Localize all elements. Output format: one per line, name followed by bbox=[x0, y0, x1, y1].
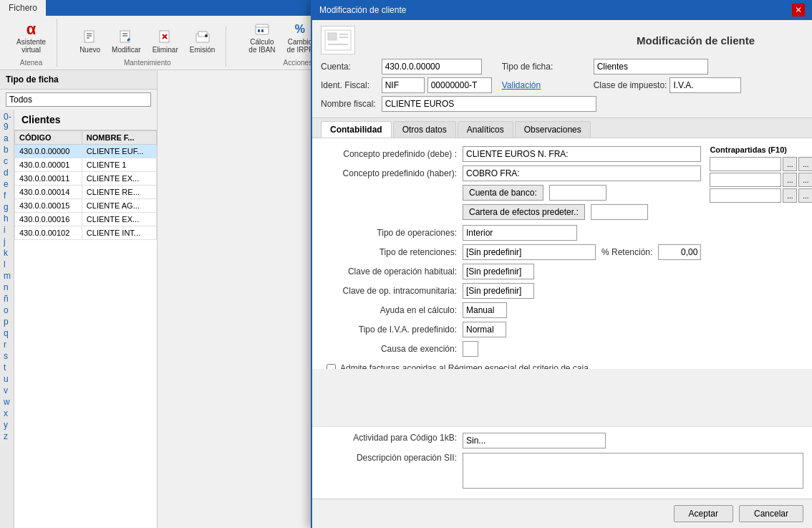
bottom-area: Actividad para Código 1kB: Sin... Descri… bbox=[312, 426, 812, 499]
actividad-row: Actividad para Código 1kB: Sin... bbox=[321, 433, 803, 448]
main-window: Fichero α Asistentevirtual Atenea bbox=[0, 0, 812, 528]
contra-input-3a[interactable] bbox=[710, 188, 781, 203]
actividad-label: Actividad para Código 1kB: bbox=[321, 433, 457, 443]
contrapartidas-section: Contrapartidas (F10) ... ... ... ... bbox=[710, 145, 812, 357]
tab-analiticos[interactable]: Analíticos bbox=[458, 121, 513, 138]
cancelar-button[interactable]: Cancelar bbox=[739, 505, 803, 522]
nombre-fiscal-input[interactable] bbox=[382, 96, 596, 112]
modal-header: Modificación de cliente Cuenta: Tipo de … bbox=[312, 70, 812, 118]
ident-fiscal-input[interactable] bbox=[427, 77, 492, 93]
ayuda-calculo-select[interactable]: Manual bbox=[463, 302, 507, 318]
descripcion-sii-row: Descripción operación SII: bbox=[321, 453, 803, 489]
admite-facturas-checkbox[interactable] bbox=[327, 364, 336, 370]
descripcion-sii-label: Descripción operación SII: bbox=[321, 453, 457, 463]
concepto-debe-label: Concepto predefinido (debe) : bbox=[321, 149, 457, 159]
tipo-operaciones-select[interactable]: Interior bbox=[463, 225, 577, 241]
modal-tabs: Contabilidad Otros datos Analíticos Obse… bbox=[312, 118, 812, 138]
contra-input-1a[interactable] bbox=[710, 157, 781, 171]
contrapartidas-title: Contrapartidas (F10) bbox=[710, 145, 812, 154]
tipo-retenciones-select[interactable]: [Sin predefinir] bbox=[463, 244, 596, 260]
causa-exencion-label: Causa de exención: bbox=[321, 344, 457, 354]
cuenta-banco-input[interactable] bbox=[549, 185, 606, 201]
checkbox-admite-facturas: Admite facturas acogidas al Régimen espe… bbox=[321, 363, 803, 369]
clave-intracom-select[interactable]: [Sin predefinir] bbox=[463, 283, 534, 299]
tipo-operaciones-row: Tipo de operaciones: Interior bbox=[321, 224, 701, 241]
contra-btn-1b[interactable]: ... bbox=[798, 157, 812, 171]
cuenta-input[interactable] bbox=[382, 70, 482, 75]
cartera-input[interactable] bbox=[591, 204, 648, 220]
retencion-label: % Retención: bbox=[601, 247, 652, 257]
ident-fiscal-label: Ident. Fiscal: bbox=[321, 80, 376, 90]
checkboxes-section: Admite facturas acogidas al Régimen espe… bbox=[321, 363, 803, 369]
clase-impuesto-label: Clase de impuesto: bbox=[594, 80, 667, 90]
tipo-retenciones-row: Tipo de retenciones: [Sin predefinir] % … bbox=[321, 244, 701, 261]
causa-exencion-row: Causa de exención: bbox=[321, 340, 701, 357]
contra-btn-3a[interactable]: ... bbox=[783, 188, 797, 203]
clase-impuesto-select[interactable]: I.V.A. bbox=[670, 77, 741, 93]
modal-overlay: Modificación de cliente ✕ Modificación d… bbox=[0, 70, 812, 528]
tab-observaciones[interactable]: Observaciones bbox=[515, 121, 591, 138]
modal-window: Modificación de cliente ✕ Modificación d… bbox=[311, 70, 812, 528]
concepto-haber-label: Concepto predefinido (haber): bbox=[321, 168, 457, 178]
admite-facturas-label: Admite facturas acogidas al Régimen espe… bbox=[340, 363, 589, 369]
retencion-input[interactable] bbox=[658, 244, 701, 260]
validacion-link[interactable]: Validación bbox=[502, 80, 588, 90]
ayuda-calculo-row: Ayuda en el cálculo: Manual bbox=[321, 302, 701, 319]
tab-contabilidad[interactable]: Contabilidad bbox=[321, 121, 392, 138]
cartera-efectos-row: Cartera de efectos predeter.: bbox=[321, 203, 701, 221]
concepto-haber-input[interactable] bbox=[463, 165, 701, 181]
tipo-retenciones-label: Tipo de retenciones: bbox=[321, 247, 457, 257]
cuenta-banco-row: Cuenta de banco: bbox=[321, 184, 701, 201]
clave-operacion-label: Clave de operación habitual: bbox=[321, 267, 457, 277]
modal-footer: Aceptar Cancelar bbox=[312, 499, 812, 528]
contra-btn-1a[interactable]: ... bbox=[783, 157, 797, 171]
form-left: Concepto predefinido (debe) : Concepto p… bbox=[321, 145, 701, 357]
contra-btn-2b[interactable]: ... bbox=[798, 173, 812, 187]
tipo-iva-label: Tipo de I.V.A. predefinido: bbox=[321, 325, 457, 335]
contra-row-2: ... ... bbox=[710, 173, 812, 187]
modal-body: Concepto predefinido (debe) : Concepto p… bbox=[312, 138, 812, 369]
cuenta-label: Cuenta: bbox=[321, 70, 376, 72]
concepto-debe-row: Concepto predefinido (debe) : bbox=[321, 145, 701, 163]
contra-btn-2a[interactable]: ... bbox=[783, 173, 797, 187]
clave-operacion-select[interactable]: [Sin predefinir] bbox=[463, 264, 534, 279]
contra-row-3: ... ... bbox=[710, 188, 812, 203]
clave-intracom-label: Clave de op. intracomunitaria: bbox=[321, 286, 457, 296]
main-content: Tipo de ficha Todos 0-9 a b c d e f g h … bbox=[0, 70, 812, 528]
ayuda-calculo-label: Ayuda en el cálculo: bbox=[321, 305, 457, 315]
clave-intracom-row: Clave de op. intracomunitaria: [Sin pred… bbox=[321, 282, 701, 299]
nombre-fiscal-label: Nombre fiscal: bbox=[321, 99, 376, 109]
tipo-ficha-label: Tipo de ficha: bbox=[502, 70, 588, 72]
tipo-operaciones-label: Tipo de operaciones: bbox=[321, 228, 457, 238]
tipo-iva-select[interactable]: Normal bbox=[463, 322, 506, 337]
concepto-debe-input[interactable] bbox=[463, 146, 701, 162]
tab-otros-datos[interactable]: Otros datos bbox=[393, 121, 456, 138]
clave-operacion-row: Clave de operación habitual: [Sin predef… bbox=[321, 263, 701, 280]
tipo-ficha-select-modal[interactable]: Clientes bbox=[594, 70, 708, 75]
descripcion-sii-textarea[interactable] bbox=[463, 453, 803, 489]
contra-row-1: ... ... bbox=[710, 157, 812, 171]
aceptar-button[interactable]: Aceptar bbox=[674, 505, 733, 522]
concepto-haber-row: Concepto predefinido (haber): bbox=[321, 165, 701, 182]
contra-btn-3b[interactable]: ... bbox=[798, 188, 812, 203]
tipo-iva-row: Tipo de I.V.A. predefinido: Normal bbox=[321, 321, 701, 338]
ident-fiscal-type-select[interactable]: NIF bbox=[382, 77, 425, 93]
causa-exencion-select[interactable] bbox=[463, 341, 478, 357]
cartera-efectos-button[interactable]: Cartera de efectos predeter.: bbox=[463, 204, 585, 220]
actividad-select[interactable]: Sin... bbox=[463, 433, 606, 448]
cuenta-banco-button[interactable]: Cuenta de banco: bbox=[463, 185, 543, 201]
contra-input-2a[interactable] bbox=[710, 173, 781, 187]
